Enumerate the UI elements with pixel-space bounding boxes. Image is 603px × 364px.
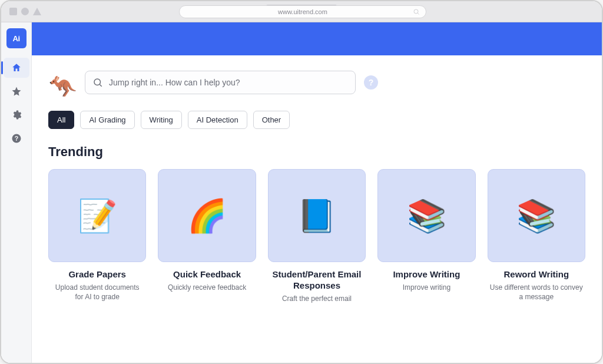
card-desc: Craft the perfect email — [280, 294, 354, 303]
card-tile: 📝 — [48, 169, 146, 262]
sidebar-item-help[interactable]: ? — [4, 128, 29, 148]
card-title: Quick Feedback — [173, 269, 241, 280]
search-icon — [413, 8, 420, 15]
chip-label: All — [57, 115, 65, 124]
card-tile: 🌈 — [158, 169, 256, 262]
filter-other[interactable]: Other — [253, 111, 290, 129]
svg-text:?: ? — [14, 135, 18, 142]
search-box[interactable] — [85, 71, 356, 94]
filter-chips: All AI Grading Writing AI Detection Othe… — [48, 111, 585, 129]
device-frame: www.uitrend.com Ai — [0, 0, 603, 364]
chip-label: AI Grading — [89, 115, 125, 124]
filter-ai-detection[interactable]: AI Detection — [188, 111, 247, 129]
main: 🦘 ? All AI Grading Writing AI — [32, 22, 602, 363]
card-title: Reword Writing — [504, 269, 569, 280]
search-row: 🦘 ? — [48, 67, 585, 98]
hero-banner — [32, 22, 602, 55]
filter-all[interactable]: All — [48, 111, 74, 129]
svg-line-1 — [418, 13, 419, 14]
card-tile: 📚 — [377, 169, 475, 262]
window-control-icon — [21, 8, 29, 15]
card-title: Improve Writing — [393, 269, 460, 280]
search-input[interactable] — [109, 78, 348, 87]
gear-icon — [11, 110, 22, 120]
chip-label: Other — [262, 115, 281, 124]
section-title: Trending — [48, 144, 585, 160]
window-control-icon — [33, 8, 41, 15]
url-bar[interactable]: www.uitrend.com — [179, 5, 426, 18]
card-desc: Upload student documents for AI to grade — [48, 283, 146, 302]
url-text: www.uitrend.com — [278, 8, 327, 15]
help-button[interactable]: ? — [364, 75, 378, 90]
svg-line-5 — [100, 84, 101, 86]
rainbow-icon: 🌈 — [187, 197, 227, 234]
filter-writing[interactable]: Writing — [141, 111, 182, 129]
sidebar-item-home[interactable] — [4, 58, 29, 78]
help-icon: ? — [11, 133, 22, 144]
help-label: ? — [369, 78, 374, 87]
svg-point-4 — [94, 79, 101, 85]
star-icon — [11, 86, 22, 97]
browser-chrome: www.uitrend.com — [1, 1, 602, 22]
mascot-icon: 🦘 — [48, 67, 77, 98]
logo-text: Ai — [13, 34, 20, 43]
book-icon: 📘 — [297, 197, 336, 234]
window-control-icon — [9, 8, 17, 15]
chip-label: Writing — [150, 115, 173, 124]
card-quick-feedback[interactable]: 🌈 Quick Feedback Quickly receive feedbac… — [158, 169, 256, 303]
sidebar-item-favorites[interactable] — [4, 81, 29, 101]
card-title: Grade Papers — [68, 269, 126, 280]
home-icon — [11, 62, 22, 73]
filter-ai-grading[interactable]: AI Grading — [80, 111, 134, 129]
app-logo[interactable]: Ai — [6, 28, 26, 48]
trending-grid: 📝 Grade Papers Upload student documents … — [48, 169, 585, 303]
search-icon — [92, 77, 103, 88]
card-reword-writing[interactable]: 📚 Reword Writing Use different words to … — [488, 169, 585, 303]
card-grade-papers[interactable]: 📝 Grade Papers Upload student documents … — [48, 169, 146, 303]
app-shell: Ai ? — [1, 22, 602, 363]
chip-label: AI Detection — [197, 115, 238, 124]
card-tile: 📚 — [488, 169, 585, 262]
card-title: Student/Parent Email Responses — [268, 269, 366, 292]
content: 🦘 ? All AI Grading Writing AI — [32, 55, 602, 363]
card-tile: 📘 — [268, 169, 366, 262]
card-desc: Improve writing — [400, 283, 453, 292]
memo-icon: 📝 — [78, 197, 117, 234]
card-desc: Use different words to convey a message — [488, 283, 585, 302]
card-email-responses[interactable]: 📘 Student/Parent Email Responses Craft t… — [268, 169, 366, 303]
card-improve-writing[interactable]: 📚 Improve Writing Improve writing — [377, 169, 475, 303]
books-icon: 📚 — [516, 197, 556, 234]
card-desc: Quickly receive feedback — [165, 283, 249, 292]
window-controls — [9, 8, 41, 15]
sidebar: Ai ? — [1, 22, 32, 363]
svg-point-0 — [414, 9, 418, 14]
sidebar-item-settings[interactable] — [4, 105, 29, 125]
books-icon: 📚 — [407, 197, 446, 234]
